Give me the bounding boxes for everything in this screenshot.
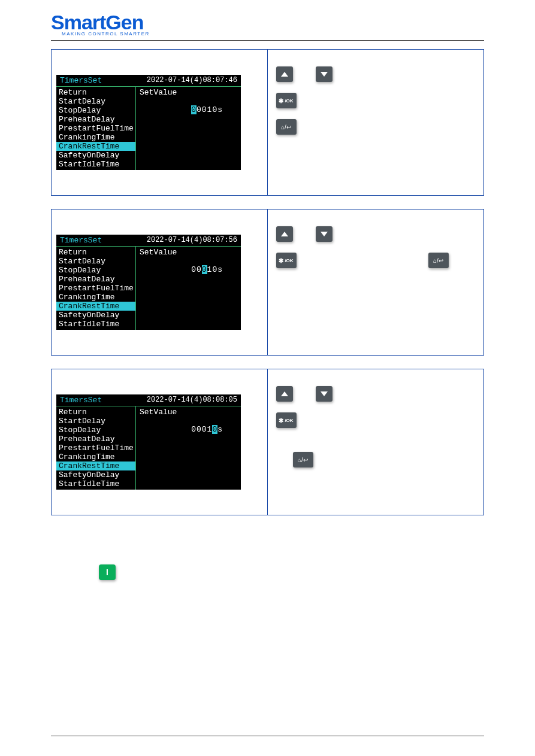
up-button[interactable]	[276, 66, 293, 82]
setvalue-value: 00010s	[140, 105, 237, 114]
menu-item: PrestartFuelTime	[56, 284, 135, 293]
gear-icon: ✱	[279, 98, 283, 104]
home-return-button[interactable]: ⌂/↩	[276, 119, 297, 135]
up-button[interactable]	[276, 226, 293, 242]
value-char: 0	[202, 265, 207, 274]
start-button[interactable]: I	[99, 564, 116, 580]
menu-item-selected: CrankRestTime	[56, 142, 135, 151]
ok-label: /OK	[285, 98, 293, 104]
panel-1-screenshot-cell: TimersSet 2022-07-14(4)08:07:46 Return S…	[52, 50, 268, 195]
panel-3-controls-cell: ✱/OK ⌂/↩	[268, 369, 484, 515]
header-rule	[51, 40, 484, 41]
screen-2-menu: Return StartDelay StopDelay PreheatDelay…	[56, 247, 136, 330]
screen-title: TimersSet	[60, 396, 102, 405]
down-button[interactable]	[316, 226, 333, 242]
screen-title: TimersSet	[60, 236, 102, 245]
menu-item: PreheatDelay	[56, 275, 135, 284]
triangle-down-icon	[321, 391, 328, 396]
panel-1-controls-cell: ✱/OK ⌂/↩	[268, 50, 484, 195]
screen-title: TimersSet	[60, 76, 102, 85]
screen-1: TimersSet 2022-07-14(4)08:07:46 Return S…	[56, 75, 241, 170]
menu-item: CrankingTime	[56, 453, 135, 462]
value-char: 0	[202, 105, 207, 114]
value-char: s	[217, 425, 223, 434]
menu-item: PrestartFuelTime	[56, 444, 135, 453]
home-return-button[interactable]: ⌂/↩	[293, 452, 313, 467]
menu-item: CrankingTime	[56, 133, 135, 142]
menu-item: StopDelay	[56, 266, 135, 275]
panel-2: TimersSet 2022-07-14(4)08:07:56 Return S…	[51, 209, 484, 356]
menu-item-selected: CrankRestTime	[56, 462, 135, 470]
value-char: 1	[207, 425, 213, 434]
menu-item: Return	[56, 408, 135, 417]
setvalue-label: SetValue	[140, 248, 237, 257]
value-char: 0	[197, 265, 202, 274]
menu-item: Return	[56, 248, 135, 257]
value-char: 0	[197, 425, 202, 434]
value-char: 0	[197, 105, 202, 114]
menu-item: StartDelay	[56, 257, 135, 266]
triangle-down-icon	[321, 232, 328, 236]
value-char: 1	[207, 265, 213, 274]
ok-button[interactable]: ✱/OK	[276, 93, 297, 108]
value-char: 0	[191, 105, 197, 114]
menu-item: SafetyOnDelay	[56, 470, 135, 479]
menu-item: StartDelay	[56, 417, 135, 426]
menu-item: CrankingTime	[56, 293, 135, 302]
menu-item: StartIdleTime	[56, 320, 135, 329]
setvalue-label: SetValue	[140, 408, 237, 417]
footer-rule	[51, 736, 484, 736]
home-return-icon: ⌂/↩	[281, 124, 291, 130]
logo: SmartGen	[51, 12, 484, 32]
setvalue-label: SetValue	[140, 88, 237, 97]
home-return-icon: ⌂/↩	[298, 457, 308, 463]
down-button[interactable]	[316, 66, 333, 82]
screen-2: TimersSet 2022-07-14(4)08:07:56 Return S…	[56, 235, 241, 330]
screen-timestamp: 2022-07-14(4)08:07:46	[147, 76, 237, 85]
menu-item: PreheatDelay	[56, 115, 135, 124]
page-header: SmartGen MAKING CONTROL SMARTER	[51, 12, 484, 37]
value-char: 0	[212, 425, 217, 434]
menu-item: StopDelay	[56, 106, 135, 115]
triangle-up-icon	[281, 232, 288, 236]
value-char: s	[217, 105, 223, 114]
screen-timestamp: 2022-07-14(4)08:08:05	[147, 396, 237, 405]
triangle-up-icon	[281, 391, 288, 396]
home-return-button[interactable]: ⌂/↩	[428, 253, 449, 268]
value-char: 0	[212, 265, 217, 274]
menu-item: StopDelay	[56, 426, 135, 435]
gear-icon: ✱	[279, 417, 283, 424]
gear-icon: ✱	[279, 257, 283, 264]
value-char: 0	[191, 265, 197, 274]
screen-3: TimersSet 2022-07-14(4)08:08:05 Return S…	[56, 394, 241, 490]
value-char: 0	[202, 425, 207, 434]
triangle-down-icon	[321, 72, 328, 77]
panel-3-screenshot-cell: TimersSet 2022-07-14(4)08:08:05 Return S…	[52, 369, 268, 515]
logo-tagline: MAKING CONTROL SMARTER	[62, 31, 484, 37]
menu-item: StartIdleTime	[56, 160, 135, 169]
up-button[interactable]	[276, 386, 293, 402]
ok-button[interactable]: ✱/OK	[276, 412, 297, 428]
menu-item: PreheatDelay	[56, 435, 135, 444]
menu-item: PrestartFuelTime	[56, 124, 135, 133]
ok-button[interactable]: ✱/OK	[276, 253, 297, 268]
ok-label: /OK	[285, 418, 293, 423]
menu-item: StartIdleTime	[56, 479, 135, 488]
panel-3: TimersSet 2022-07-14(4)08:08:05 Return S…	[51, 369, 484, 515]
screen-1-menu: Return StartDelay StopDelay PreheatDelay…	[56, 87, 136, 170]
screen-timestamp: 2022-07-14(4)08:07:56	[147, 236, 237, 245]
menu-item: SafetyOnDelay	[56, 311, 135, 320]
menu-item-selected: CrankRestTime	[56, 302, 135, 311]
value-char: 1	[207, 105, 213, 114]
setvalue-value: 00010s	[140, 265, 237, 274]
down-button[interactable]	[316, 386, 333, 402]
home-return-icon: ⌂/↩	[433, 257, 443, 264]
panel-2-screenshot-cell: TimersSet 2022-07-14(4)08:07:56 Return S…	[52, 210, 268, 355]
menu-item: Return	[56, 88, 135, 97]
value-char: 0	[191, 425, 197, 434]
panel-2-controls-cell: ✱/OK ⌂/↩	[268, 210, 484, 355]
menu-item: StartDelay	[56, 97, 135, 106]
setvalue-value: 00010s	[140, 425, 237, 434]
triangle-up-icon	[281, 72, 288, 77]
value-char: s	[217, 265, 223, 274]
